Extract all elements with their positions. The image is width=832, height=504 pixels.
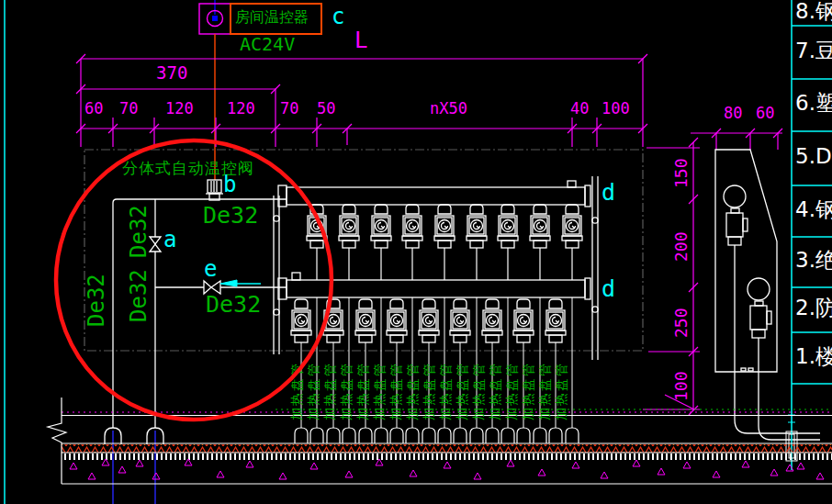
coil-label: 加热盘管: [422, 362, 438, 420]
dim-vertical: 250: [673, 308, 690, 338]
tag-e: e: [204, 258, 217, 280]
dim-vertical: 100: [673, 371, 690, 401]
dim-cabinet: 60: [756, 106, 774, 121]
flow-arrow: [220, 280, 261, 286]
manifold-valves-top: [307, 205, 582, 280]
manifolds: [274, 176, 598, 360]
dim-370: 370: [156, 64, 187, 82]
dim-segment: 70: [119, 101, 138, 117]
voltage-label: AC24V: [240, 35, 295, 53]
legend-row: 2.防: [795, 297, 832, 319]
coil-label: 加热盘管: [405, 362, 422, 420]
dim-segment: 70: [280, 101, 298, 117]
cabinet-side-view: [715, 150, 820, 440]
coil-label: 加热盘管: [488, 362, 504, 420]
pipe-label-de32: De32: [203, 204, 258, 227]
coil-label: 加热盘管: [306, 362, 322, 420]
coil-label: 加热盘管: [504, 362, 521, 420]
tag-c: c: [332, 6, 344, 28]
buried-pipes: [113, 431, 155, 504]
pipe-label-de32: De32: [206, 293, 261, 316]
dim-segment: 100: [602, 101, 630, 117]
legend-row: 7.豆: [795, 40, 832, 62]
concrete-hatch-triangles: [70, 459, 824, 479]
pipe-label-de32-vertical: De32: [85, 274, 107, 327]
pipe-label-de32-vertical: De32: [128, 269, 150, 322]
legend-row: 6.塑: [795, 93, 832, 114]
dim-cabinet: 80: [724, 106, 742, 121]
dim-segment: 60: [84, 101, 103, 117]
coil-label: 加热盘管: [322, 362, 339, 420]
tag-a: a: [163, 229, 176, 251]
legend-row: 4.钢: [795, 199, 832, 220]
dim-segment: 50: [317, 101, 335, 117]
legend-row: 8.钢: [795, 1, 832, 22]
tag-d-top: d: [602, 181, 615, 204]
dim-segment: 40: [570, 101, 589, 117]
break-line: [48, 398, 66, 484]
coil-label: 加热盘管: [289, 362, 306, 420]
legend-row: 3.绝: [795, 250, 832, 271]
legend-row: 5.D: [795, 146, 832, 167]
coil-label: 加热盘管: [339, 362, 355, 420]
coil-label: 加热盘管: [355, 362, 372, 420]
coil-label: 加热盘管: [438, 362, 455, 420]
dim-L: L: [354, 29, 367, 51]
coil-label: 加热盘管: [521, 362, 537, 420]
dim-vertical: 150: [673, 158, 690, 188]
coil-label: 加热盘管: [388, 362, 405, 420]
dim-segment: 120: [227, 101, 255, 117]
tag-d-bottom: d: [602, 277, 615, 300]
thermostat-symbol: [199, 0, 321, 180]
coil-label: 加热盘管: [372, 362, 388, 420]
room-thermostat-label: 房间温控器: [235, 10, 309, 25]
tag-b: b: [223, 174, 236, 196]
coil-label: 加热盘管: [455, 362, 471, 420]
dim-vertical: 200: [673, 231, 690, 262]
dim-segment: nX50: [430, 101, 467, 117]
coil-label: 加热盘管: [554, 362, 570, 420]
cad-canvas[interactable]: 房间温控器 c AC24V L 370 60 70 120 120 70 50 …: [0, 0, 832, 504]
cad-linework: [0, 0, 832, 504]
coil-label: 加热盘管: [471, 362, 488, 420]
coil-label: 加热盘管: [537, 362, 554, 420]
legend-row: 1.楼: [795, 346, 832, 367]
pipe-label-de32-vertical: De32: [128, 205, 150, 258]
manifold-valves-bottom: [291, 299, 566, 342]
dim-segment: 120: [165, 101, 194, 117]
